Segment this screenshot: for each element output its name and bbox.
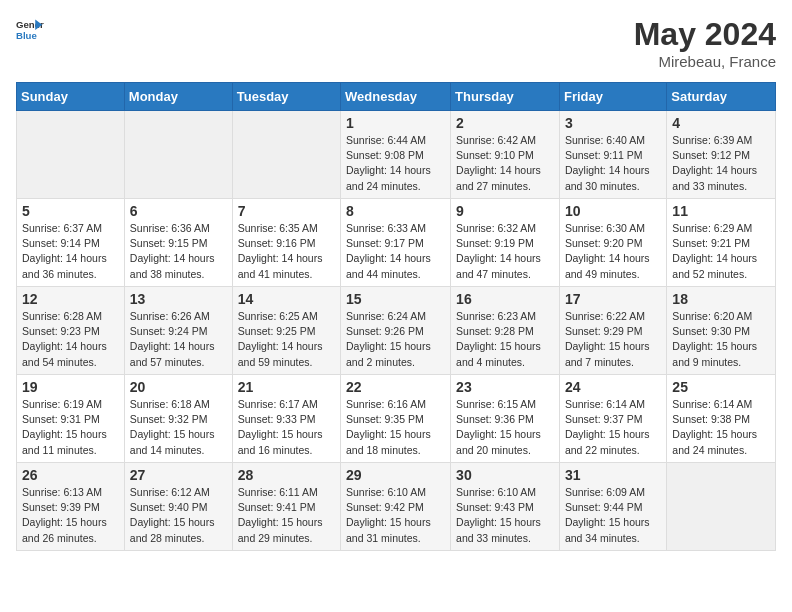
- svg-text:Blue: Blue: [16, 30, 37, 41]
- day-info: Sunrise: 6:10 AM Sunset: 9:43 PM Dayligh…: [456, 485, 554, 546]
- calendar-day-cell: 26Sunrise: 6:13 AM Sunset: 9:39 PM Dayli…: [17, 463, 125, 551]
- calendar-day-cell: 20Sunrise: 6:18 AM Sunset: 9:32 PM Dayli…: [124, 375, 232, 463]
- calendar-week-row: 19Sunrise: 6:19 AM Sunset: 9:31 PM Dayli…: [17, 375, 776, 463]
- calendar-week-row: 1Sunrise: 6:44 AM Sunset: 9:08 PM Daylig…: [17, 111, 776, 199]
- calendar-day-cell: 21Sunrise: 6:17 AM Sunset: 9:33 PM Dayli…: [232, 375, 340, 463]
- day-info: Sunrise: 6:13 AM Sunset: 9:39 PM Dayligh…: [22, 485, 119, 546]
- day-info: Sunrise: 6:29 AM Sunset: 9:21 PM Dayligh…: [672, 221, 770, 282]
- weekday-label: Monday: [124, 83, 232, 111]
- day-info: Sunrise: 6:09 AM Sunset: 9:44 PM Dayligh…: [565, 485, 661, 546]
- day-number: 26: [22, 467, 119, 483]
- day-number: 3: [565, 115, 661, 131]
- weekday-label: Wednesday: [341, 83, 451, 111]
- calendar-empty-cell: [124, 111, 232, 199]
- calendar-empty-cell: [17, 111, 125, 199]
- calendar-week-row: 26Sunrise: 6:13 AM Sunset: 9:39 PM Dayli…: [17, 463, 776, 551]
- day-number: 24: [565, 379, 661, 395]
- calendar-day-cell: 13Sunrise: 6:26 AM Sunset: 9:24 PM Dayli…: [124, 287, 232, 375]
- calendar-body: 1Sunrise: 6:44 AM Sunset: 9:08 PM Daylig…: [17, 111, 776, 551]
- calendar-day-cell: 7Sunrise: 6:35 AM Sunset: 9:16 PM Daylig…: [232, 199, 340, 287]
- calendar-table: SundayMondayTuesdayWednesdayThursdayFrid…: [16, 82, 776, 551]
- calendar-empty-cell: [232, 111, 340, 199]
- calendar-day-cell: 28Sunrise: 6:11 AM Sunset: 9:41 PM Dayli…: [232, 463, 340, 551]
- day-info: Sunrise: 6:15 AM Sunset: 9:36 PM Dayligh…: [456, 397, 554, 458]
- day-number: 29: [346, 467, 445, 483]
- calendar-day-cell: 25Sunrise: 6:14 AM Sunset: 9:38 PM Dayli…: [667, 375, 776, 463]
- calendar-day-cell: 4Sunrise: 6:39 AM Sunset: 9:12 PM Daylig…: [667, 111, 776, 199]
- day-number: 27: [130, 467, 227, 483]
- calendar-day-cell: 5Sunrise: 6:37 AM Sunset: 9:14 PM Daylig…: [17, 199, 125, 287]
- day-number: 8: [346, 203, 445, 219]
- day-number: 19: [22, 379, 119, 395]
- day-number: 5: [22, 203, 119, 219]
- day-number: 9: [456, 203, 554, 219]
- day-number: 10: [565, 203, 661, 219]
- day-info: Sunrise: 6:39 AM Sunset: 9:12 PM Dayligh…: [672, 133, 770, 194]
- calendar-day-cell: 18Sunrise: 6:20 AM Sunset: 9:30 PM Dayli…: [667, 287, 776, 375]
- day-info: Sunrise: 6:30 AM Sunset: 9:20 PM Dayligh…: [565, 221, 661, 282]
- day-info: Sunrise: 6:10 AM Sunset: 9:42 PM Dayligh…: [346, 485, 445, 546]
- calendar-day-cell: 9Sunrise: 6:32 AM Sunset: 9:19 PM Daylig…: [451, 199, 560, 287]
- day-number: 22: [346, 379, 445, 395]
- calendar-day-cell: 22Sunrise: 6:16 AM Sunset: 9:35 PM Dayli…: [341, 375, 451, 463]
- location: Mirebeau, France: [634, 53, 776, 70]
- calendar-week-row: 5Sunrise: 6:37 AM Sunset: 9:14 PM Daylig…: [17, 199, 776, 287]
- day-info: Sunrise: 6:14 AM Sunset: 9:38 PM Dayligh…: [672, 397, 770, 458]
- day-number: 20: [130, 379, 227, 395]
- calendar-day-cell: 24Sunrise: 6:14 AM Sunset: 9:37 PM Dayli…: [559, 375, 666, 463]
- day-number: 17: [565, 291, 661, 307]
- day-info: Sunrise: 6:24 AM Sunset: 9:26 PM Dayligh…: [346, 309, 445, 370]
- day-number: 4: [672, 115, 770, 131]
- day-number: 6: [130, 203, 227, 219]
- day-info: Sunrise: 6:20 AM Sunset: 9:30 PM Dayligh…: [672, 309, 770, 370]
- calendar-day-cell: 1Sunrise: 6:44 AM Sunset: 9:08 PM Daylig…: [341, 111, 451, 199]
- calendar-day-cell: 14Sunrise: 6:25 AM Sunset: 9:25 PM Dayli…: [232, 287, 340, 375]
- day-info: Sunrise: 6:17 AM Sunset: 9:33 PM Dayligh…: [238, 397, 335, 458]
- logo-icon: General Blue: [16, 16, 44, 44]
- day-number: 25: [672, 379, 770, 395]
- calendar-day-cell: 8Sunrise: 6:33 AM Sunset: 9:17 PM Daylig…: [341, 199, 451, 287]
- calendar-day-cell: 10Sunrise: 6:30 AM Sunset: 9:20 PM Dayli…: [559, 199, 666, 287]
- day-number: 23: [456, 379, 554, 395]
- day-info: Sunrise: 6:18 AM Sunset: 9:32 PM Dayligh…: [130, 397, 227, 458]
- weekday-label: Tuesday: [232, 83, 340, 111]
- day-info: Sunrise: 6:22 AM Sunset: 9:29 PM Dayligh…: [565, 309, 661, 370]
- day-info: Sunrise: 6:32 AM Sunset: 9:19 PM Dayligh…: [456, 221, 554, 282]
- day-number: 15: [346, 291, 445, 307]
- day-info: Sunrise: 6:35 AM Sunset: 9:16 PM Dayligh…: [238, 221, 335, 282]
- day-info: Sunrise: 6:33 AM Sunset: 9:17 PM Dayligh…: [346, 221, 445, 282]
- calendar-day-cell: 6Sunrise: 6:36 AM Sunset: 9:15 PM Daylig…: [124, 199, 232, 287]
- day-info: Sunrise: 6:37 AM Sunset: 9:14 PM Dayligh…: [22, 221, 119, 282]
- day-info: Sunrise: 6:23 AM Sunset: 9:28 PM Dayligh…: [456, 309, 554, 370]
- calendar-day-cell: 30Sunrise: 6:10 AM Sunset: 9:43 PM Dayli…: [451, 463, 560, 551]
- day-number: 7: [238, 203, 335, 219]
- calendar-week-row: 12Sunrise: 6:28 AM Sunset: 9:23 PM Dayli…: [17, 287, 776, 375]
- weekday-label: Saturday: [667, 83, 776, 111]
- day-number: 21: [238, 379, 335, 395]
- day-info: Sunrise: 6:28 AM Sunset: 9:23 PM Dayligh…: [22, 309, 119, 370]
- weekday-label: Sunday: [17, 83, 125, 111]
- month-title: May 2024: [634, 16, 776, 53]
- calendar-day-cell: 31Sunrise: 6:09 AM Sunset: 9:44 PM Dayli…: [559, 463, 666, 551]
- day-number: 13: [130, 291, 227, 307]
- day-info: Sunrise: 6:40 AM Sunset: 9:11 PM Dayligh…: [565, 133, 661, 194]
- day-number: 18: [672, 291, 770, 307]
- day-number: 1: [346, 115, 445, 131]
- weekday-header-row: SundayMondayTuesdayWednesdayThursdayFrid…: [17, 83, 776, 111]
- day-info: Sunrise: 6:19 AM Sunset: 9:31 PM Dayligh…: [22, 397, 119, 458]
- title-block: May 2024 Mirebeau, France: [634, 16, 776, 70]
- day-info: Sunrise: 6:16 AM Sunset: 9:35 PM Dayligh…: [346, 397, 445, 458]
- calendar-day-cell: 29Sunrise: 6:10 AM Sunset: 9:42 PM Dayli…: [341, 463, 451, 551]
- day-info: Sunrise: 6:12 AM Sunset: 9:40 PM Dayligh…: [130, 485, 227, 546]
- calendar-day-cell: 19Sunrise: 6:19 AM Sunset: 9:31 PM Dayli…: [17, 375, 125, 463]
- day-number: 14: [238, 291, 335, 307]
- day-info: Sunrise: 6:26 AM Sunset: 9:24 PM Dayligh…: [130, 309, 227, 370]
- calendar-day-cell: 27Sunrise: 6:12 AM Sunset: 9:40 PM Dayli…: [124, 463, 232, 551]
- calendar-day-cell: 17Sunrise: 6:22 AM Sunset: 9:29 PM Dayli…: [559, 287, 666, 375]
- day-number: 16: [456, 291, 554, 307]
- day-info: Sunrise: 6:14 AM Sunset: 9:37 PM Dayligh…: [565, 397, 661, 458]
- day-info: Sunrise: 6:44 AM Sunset: 9:08 PM Dayligh…: [346, 133, 445, 194]
- calendar-day-cell: 12Sunrise: 6:28 AM Sunset: 9:23 PM Dayli…: [17, 287, 125, 375]
- logo: General Blue: [16, 16, 44, 44]
- calendar-empty-cell: [667, 463, 776, 551]
